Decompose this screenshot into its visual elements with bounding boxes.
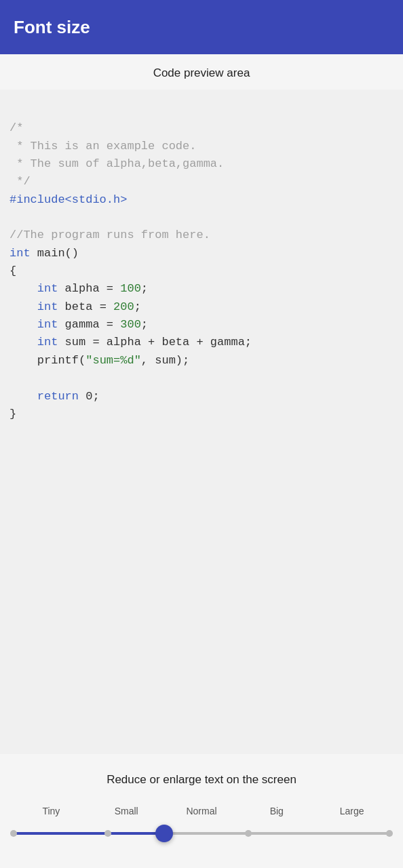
code-keyword-int-1: int	[37, 282, 58, 295]
code-brace-open: {	[9, 264, 16, 277]
code-keyword-int-4: int	[37, 336, 58, 349]
code-keyword-return: return	[37, 390, 79, 403]
app-header: Font size	[0, 0, 403, 54]
code-alpha-assign: alpha =	[58, 282, 120, 295]
code-main: main()	[31, 247, 79, 260]
code-include: #include<stdio.h>	[9, 193, 127, 206]
app-title: Font size	[14, 17, 90, 38]
code-beta-assign: beta =	[58, 300, 113, 313]
code-semi-2: ;	[134, 300, 141, 313]
code-string-sum: "sum=%d"	[85, 354, 141, 367]
code-semi-1: ;	[141, 282, 148, 295]
code-num-100: 100	[120, 282, 141, 295]
code-area: /* * This is an example code. * The sum …	[0, 90, 403, 754]
code-printf-prefix: printf(	[37, 354, 85, 367]
reduce-enlarge-label: Reduce or enlarge text on the screen	[107, 773, 296, 787]
slider-label-big: Big	[239, 806, 314, 816]
slider-container: Tiny Small Normal Big Large	[14, 806, 389, 844]
code-semi-3: ;	[141, 318, 148, 331]
slider-label-normal: Normal	[164, 806, 239, 816]
slider-tick-big	[245, 830, 252, 837]
slider-tick-large	[386, 830, 393, 837]
code-printf-suffix: , sum);	[141, 354, 189, 367]
code-comment-1: /* * This is an example code. * The sum …	[9, 121, 224, 188]
slider-label-large: Large	[314, 806, 389, 816]
code-block: /* * This is an example code. * The sum …	[9, 102, 391, 441]
slider-fill	[14, 832, 164, 835]
code-keyword-int-2: int	[37, 300, 58, 313]
code-num-300: 300	[120, 318, 141, 331]
slider-label-small: Small	[89, 806, 164, 816]
slider-track-container[interactable]	[14, 823, 389, 844]
slider-labels: Tiny Small Normal Big Large	[14, 806, 389, 816]
slider-tick-tiny	[10, 830, 17, 837]
code-return-val: 0;	[79, 390, 100, 403]
code-brace-close: }	[9, 408, 16, 420]
slider-thumb[interactable]	[155, 825, 173, 842]
slider-label-tiny: Tiny	[14, 806, 89, 816]
code-sum-assign: sum = alpha + beta + gamma;	[58, 336, 252, 349]
code-preview-label: Code preview area	[153, 66, 250, 79]
code-num-200: 200	[113, 300, 134, 313]
code-comment2: //The program runs from here.	[9, 229, 210, 241]
bottom-section: Reduce or enlarge text on the screen Tin…	[0, 754, 403, 868]
code-gamma-assign: gamma =	[58, 318, 120, 331]
code-keyword-int-3: int	[37, 318, 58, 331]
slider-tick-small	[104, 830, 111, 837]
code-preview-label-container: Code preview area	[0, 54, 403, 90]
code-keyword-int-main: int	[9, 247, 31, 260]
